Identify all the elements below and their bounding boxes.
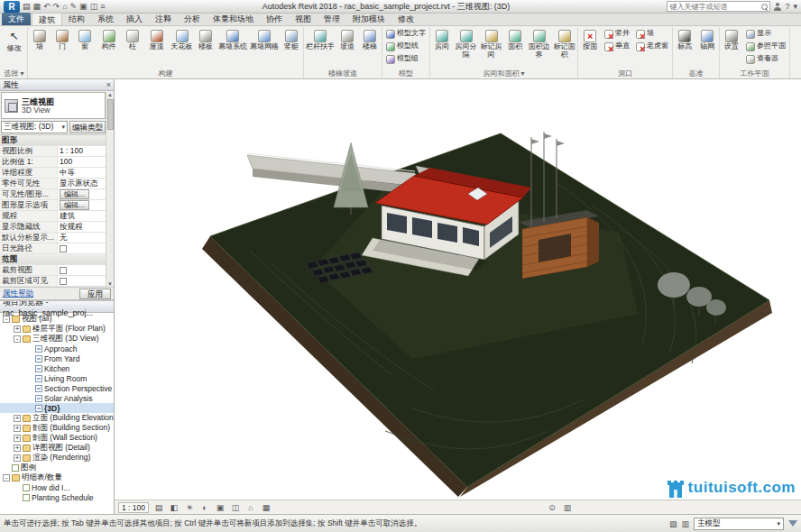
curtain-grid-button[interactable]: 幕墙网格 <box>249 28 280 66</box>
detail-level-icon[interactable]: ▤ <box>153 503 164 512</box>
tree-expander[interactable]: - <box>3 316 10 323</box>
level-button[interactable]: 标高 <box>674 28 695 66</box>
worksets-icon[interactable]: ▧ <box>669 519 677 528</box>
prop-row-graphic-display[interactable]: 图形显示选项编辑... <box>0 200 106 211</box>
tree-node-approach[interactable]: Approach <box>0 344 114 353</box>
panel-label-room-area[interactable]: 房间和面积 ▾ <box>431 69 576 78</box>
tab-collaborate[interactable]: 协作 <box>260 13 289 25</box>
show-work-plane-button[interactable]: 显示 <box>743 28 788 40</box>
save-icon[interactable]: ▦ <box>33 1 41 13</box>
tree-expander[interactable]: + <box>14 454 21 462</box>
ramp-button[interactable]: 坡道 <box>336 28 358 66</box>
tree-node-how-did-i[interactable]: How did I... <box>0 482 114 492</box>
close-icon[interactable]: × <box>106 80 111 89</box>
tag-area-button[interactable]: 标记面积 <box>552 28 576 66</box>
project-browser-header[interactable]: 项目浏览器 - rac_basic_sample_proj... <box>0 301 114 313</box>
edit-type-button[interactable]: 编辑类型 <box>69 121 106 133</box>
edit-button[interactable]: 编辑... <box>60 189 89 199</box>
app-menu-button[interactable]: R <box>4 1 20 13</box>
tab-manage[interactable]: 管理 <box>318 13 346 25</box>
properties-header[interactable]: 属性 × <box>0 79 114 91</box>
opening-by-face-button[interactable]: 按面 <box>579 28 601 66</box>
home-icon[interactable]: ⌂ <box>62 1 67 13</box>
section-icon[interactable]: ▣ <box>79 1 87 13</box>
panel-label-model[interactable]: 模型 <box>383 69 428 78</box>
door-button[interactable]: 门 <box>51 28 73 66</box>
3d-view[interactable] <box>115 79 801 500</box>
ref-plane-button[interactable]: 参照平面 <box>743 41 788 52</box>
tree-node-3d[interactable]: {3D} <box>0 403 114 413</box>
section-extents[interactable]: 范围 <box>0 254 106 265</box>
wall-opening-button[interactable]: 墙 <box>633 28 671 40</box>
help-icon[interactable]: ? <box>785 2 789 11</box>
prop-row-visibility-graphics[interactable]: 可见性/图形...编辑... <box>0 189 106 200</box>
modify-button[interactable]: ↖ 修改 <box>2 28 26 66</box>
prop-row-crop-visible[interactable]: 裁剪区域可见 <box>0 276 106 287</box>
properties-scrollbar[interactable]: ▲▼ <box>106 92 114 287</box>
tree-node-views[interactable]: -视图 (all) <box>0 314 114 324</box>
tab-file[interactable]: 文件 <box>2 13 31 25</box>
tab-architecture[interactable]: 建筑 <box>32 13 62 25</box>
set-work-plane-button[interactable]: 设置 <box>721 28 742 66</box>
tree-node-legends[interactable]: 图例 <box>0 463 114 472</box>
tree-node-floor-plan[interactable]: +楼层平面 (Floor Plan) <box>0 324 114 334</box>
prop-row-view-scale[interactable]: 视图比例1 : 100 <box>0 146 106 157</box>
tree-node-3d-views[interactable]: -三维视图 (3D View) <box>0 334 114 344</box>
shadows-icon[interactable]: ◐ <box>199 503 210 512</box>
section-graphics[interactable]: 图形 <box>0 135 106 146</box>
tab-addins[interactable]: 附加模块 <box>346 13 391 25</box>
tree-expander[interactable]: + <box>14 425 21 432</box>
scroll-thumb[interactable] <box>107 99 114 130</box>
tree-node-wall-section[interactable]: +剖面 (Wall Section) <box>0 433 114 443</box>
prop-row-detail-level[interactable]: 详细程度中等 <box>0 168 106 179</box>
tab-analyze[interactable]: 分析 <box>178 13 207 25</box>
prop-row-parts-visibility[interactable]: 零件可见性显示原状态 <box>0 179 106 189</box>
sun-path-checkbox[interactable] <box>60 245 67 252</box>
tab-structure[interactable]: 结构 <box>62 13 91 25</box>
prop-row-discipline[interactable]: 规程建筑 <box>0 211 106 222</box>
mullion-button[interactable]: 竖梃 <box>281 28 302 66</box>
panel-label-circulation[interactable]: 楼梯坡道 <box>305 69 381 78</box>
model-text-button[interactable]: 模型文字 <box>383 28 428 40</box>
toolbar-menu-icon[interactable]: ≡ <box>100 1 105 13</box>
floor-button[interactable]: 楼板 <box>195 28 216 66</box>
locked-3d-icon[interactable]: ⊙ <box>547 503 557 512</box>
crop-view-icon[interactable]: ▣ <box>215 503 226 512</box>
prop-row-scale-value[interactable]: 比例值 1:100 <box>0 157 106 168</box>
area-boundary-button[interactable]: 面积边界 <box>527 28 551 66</box>
curtain-system-button[interactable]: 幕墙系统 <box>217 28 248 66</box>
tree-expander[interactable]: + <box>14 445 21 452</box>
tree-node-solar-analysis[interactable]: Solar Analysis <box>0 393 114 403</box>
tree-node-schedules[interactable]: -明细表/数量 <box>0 472 114 482</box>
ceiling-button[interactable]: 天花板 <box>170 28 194 66</box>
panel-label-select[interactable]: 选择 ▾ <box>2 69 26 78</box>
tab-view[interactable]: 视图 <box>289 13 318 25</box>
prop-row-hidden-lines[interactable]: 显示隐藏线按规程 <box>0 222 106 233</box>
properties-help-link[interactable]: 属性帮助 <box>3 289 33 299</box>
crop-region-icon[interactable]: ◫ <box>230 503 241 512</box>
model-group-button[interactable]: 模型组 <box>383 53 428 65</box>
model-line-button[interactable]: 模型线 <box>383 41 428 52</box>
panel-label-work-plane[interactable]: 工作平面 <box>721 69 788 78</box>
panel-label-datum[interactable]: 基准 <box>674 69 718 78</box>
tab-systems[interactable]: 系统 <box>91 13 120 25</box>
scroll-up-icon[interactable]: ▲ <box>107 92 113 97</box>
tree-expander[interactable]: + <box>14 415 21 422</box>
tab-modify[interactable]: 修改 <box>391 13 420 25</box>
tree-node-kitchen[interactable]: Kitchen <box>0 363 114 373</box>
type-selector[interactable]: 三维视图3D View <box>1 92 106 119</box>
reveal-hidden-icon[interactable]: ▦ <box>261 503 272 512</box>
tree-node-from-yard[interactable]: From Yard <box>0 353 114 363</box>
drawing-area[interactable]: tuituisoft.com <box>115 79 801 500</box>
design-option-combo[interactable]: 主模型 ▾ <box>694 518 784 530</box>
tree-node-planting-schedule[interactable]: Planting Schedule <box>0 492 114 502</box>
temporary-hide-icon[interactable]: ⌂ <box>245 503 256 512</box>
tree-node-section-perspective[interactable]: Section Perspective <box>0 383 114 393</box>
tree-expander[interactable]: + <box>14 435 21 442</box>
tree-expander[interactable]: - <box>14 335 21 343</box>
area-button[interactable]: 面积 <box>504 28 526 66</box>
tab-annotate[interactable]: 注释 <box>149 13 178 25</box>
prop-row-sun-path[interactable]: 日光路径 <box>0 243 106 254</box>
stair-button[interactable]: 楼梯 <box>359 28 381 66</box>
help-menu-arrow-icon[interactable]: ▾ <box>793 2 797 11</box>
